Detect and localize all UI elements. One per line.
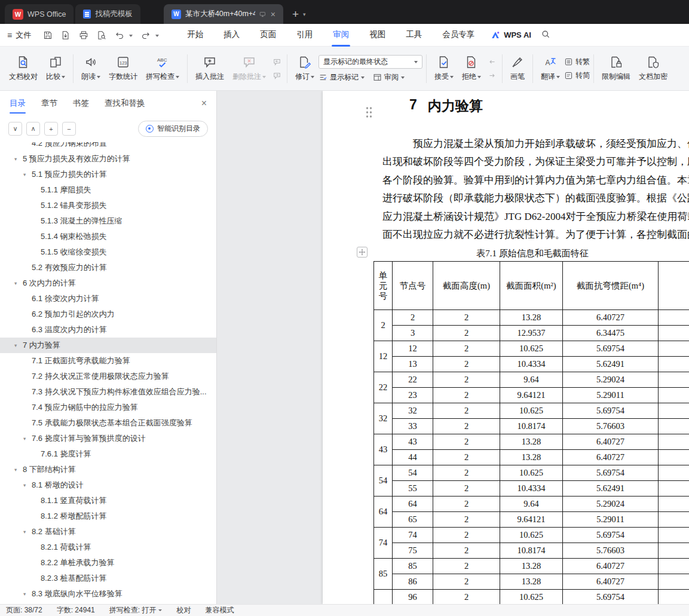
close-sidebar-icon[interactable]: × xyxy=(201,98,207,109)
table-cell[interactable]: 10.625 xyxy=(500,403,563,419)
table-cell[interactable] xyxy=(659,450,689,465)
compare-button[interactable]: 比较 xyxy=(42,53,69,85)
file-menu-button[interactable]: ≡ 文件 xyxy=(7,30,31,41)
table-cell[interactable]: 10.625 xyxy=(500,341,563,357)
table-move-handle[interactable] xyxy=(357,247,368,258)
new-tab-button[interactable]: + xyxy=(285,4,303,24)
table-cell[interactable]: 13 xyxy=(393,357,433,372)
restrict-editing-button[interactable]: 限制编辑 xyxy=(598,53,635,85)
unit-number-cell[interactable]: 64 xyxy=(374,497,393,528)
body-paragraph[interactable]: 预应力混凝土梁从预加力开始到承载破坏，须经受预加应力、使用荷出现和破坏阶段等四个… xyxy=(382,135,689,244)
toc-item[interactable]: ▾ 5 预应力损失及有效应力的计算 xyxy=(0,151,216,167)
expand-all-button[interactable]: ∧ xyxy=(26,122,40,136)
print-button[interactable] xyxy=(76,28,91,42)
table-cell[interactable]: 2 xyxy=(433,372,500,388)
table-cell[interactable]: 74 xyxy=(393,528,433,543)
toc-item[interactable]: ▾ 6 次内力的计算 xyxy=(0,275,216,291)
spell-check-button[interactable]: 拼写检查 xyxy=(142,53,183,85)
toc-item[interactable]: 6.1 徐变次内力计算 xyxy=(0,291,216,307)
status-word-count[interactable]: 字数: 24941 xyxy=(57,605,95,615)
table-cell[interactable]: 9.64121 xyxy=(500,388,563,403)
tab-document[interactable]: W 某市大桥40m+40m+40m+4 × xyxy=(164,4,283,24)
table-cell[interactable]: 2 xyxy=(433,543,500,559)
demote-heading-button[interactable]: − xyxy=(62,122,76,136)
unit-number-cell[interactable]: 43 xyxy=(374,434,393,465)
table-cell[interactable]: 5.62491 xyxy=(563,357,659,372)
paragraph-line[interactable]: 出现和破坏阶段等四个受力阶段，为保证主梁受力可靠并予以控制，应对 xyxy=(382,153,689,171)
table-cell[interactable]: 10.8174 xyxy=(500,419,563,434)
document-encrypt-button[interactable]: 文档加密 xyxy=(635,53,672,85)
status-page-number[interactable]: 页面: 38/72 xyxy=(6,605,42,615)
sidebar-tab-chapters[interactable]: 章节 xyxy=(41,98,57,109)
sidebar-tab-find-replace[interactable]: 查找和替换 xyxy=(105,98,145,109)
doc-proofread-button[interactable]: 文档校对 xyxy=(5,53,42,85)
table-cell[interactable]: 9.64121 xyxy=(500,512,563,528)
toc-item[interactable]: ▾ 7.6 挠度计算与验算预拱度的设计 xyxy=(0,431,216,446)
paragraph-drag-handle-icon[interactable] xyxy=(365,106,373,119)
table-cell[interactable] xyxy=(659,559,689,574)
toc-expand-triangle-icon[interactable]: ▾ xyxy=(14,156,23,162)
toc-expand-triangle-icon[interactable]: ▾ xyxy=(23,436,32,442)
paragraph-line[interactable]: 应力混凝土桥涵设计规范》JTG D62-2004对于全预应力桥梁在使用荷载 xyxy=(382,208,689,226)
table-cell[interactable]: 10.625 xyxy=(500,528,563,543)
reject-revision-button[interactable]: 拒绝 xyxy=(458,53,485,85)
search-button[interactable] xyxy=(541,29,550,41)
table-cell[interactable]: 55 xyxy=(393,481,433,497)
table-cell[interactable]: 6.40727 xyxy=(563,574,659,590)
toc-item[interactable]: 5.1.5 收缩徐变损失 xyxy=(0,244,216,260)
smart-toc-button[interactable]: 智能识别目录 xyxy=(138,121,208,137)
table-cell[interactable]: 13.28 xyxy=(500,310,563,326)
document-canvas[interactable]: 7 内力验算 预应力混凝土梁从预加力开始到承载破坏，须经受预加应力、使用荷出现和… xyxy=(217,91,689,604)
toc-item[interactable]: 5.1.3 混凝土的弹性压缩 xyxy=(0,213,216,229)
status-spell-check[interactable]: 拼写检查: 打开 xyxy=(109,605,163,615)
table-cell[interactable]: 2 xyxy=(433,528,500,543)
table-cell[interactable]: 13.28 xyxy=(500,434,563,450)
table-cell[interactable] xyxy=(659,434,689,450)
new-tab-caret-icon[interactable]: ▾ xyxy=(303,4,311,24)
table-cell[interactable]: 2 xyxy=(433,388,500,403)
toc-item[interactable]: 8.1.1 竖直荷载计算 xyxy=(0,493,216,508)
accept-revision-button[interactable]: 接受 xyxy=(430,53,458,85)
table-cell[interactable]: 10.4334 xyxy=(500,357,563,372)
paragraph-line[interactable]: 预应力混凝土梁从预加力开始到承载破坏，须经受预加应力、使用荷 xyxy=(382,135,689,153)
table-cell[interactable]: 5.69754 xyxy=(563,590,659,605)
table-cell[interactable]: 10.625 xyxy=(500,465,563,481)
toc-item[interactable]: 6.2 预加力引起的次内力 xyxy=(0,307,216,322)
table-cell[interactable]: 5.69754 xyxy=(563,341,659,357)
section-heading[interactable]: 7 内力验算 xyxy=(409,97,483,115)
toc-item[interactable]: 5.1.1 摩阻损失 xyxy=(0,182,216,198)
markup-state-combobox[interactable]: 显示标记的最终状态 xyxy=(319,55,422,69)
table-cell[interactable]: 5.69754 xyxy=(563,528,659,543)
toc-item[interactable]: 5.1.4 钢束松弛损失 xyxy=(0,229,216,244)
table-cell[interactable]: 85 xyxy=(393,559,433,574)
document-page[interactable]: 7 内力验算 预应力混凝土梁从预加力开始到承载破坏，须经受预加应力、使用荷出现和… xyxy=(323,91,689,604)
export-pdf-button[interactable] xyxy=(59,28,73,42)
toc-item[interactable]: ▾ 5.1 预应力损失的计算 xyxy=(0,167,216,182)
table-cell[interactable]: 2 xyxy=(433,481,500,497)
table-cell[interactable]: 3 xyxy=(393,326,433,341)
to-simplified-button[interactable]: 转简 xyxy=(564,71,590,81)
toc-item[interactable]: 7.2 持久状况正常使用极限状态应力验算 xyxy=(0,369,216,384)
save-button[interactable] xyxy=(41,28,55,42)
table-cell[interactable]: 43 xyxy=(393,434,433,450)
toc-item[interactable]: 8.2.2 单桩承载力验算 xyxy=(0,555,216,571)
table-cell[interactable]: 2 xyxy=(433,434,500,450)
menu-review[interactable]: 审阅 xyxy=(323,24,359,47)
menu-insert[interactable]: 插入 xyxy=(213,24,250,47)
toc-item[interactable]: 5.1.2 锚具变形损失 xyxy=(0,198,216,213)
table-cell[interactable]: 54 xyxy=(393,465,433,481)
table-cell[interactable]: 5.29024 xyxy=(563,372,659,388)
table-cell[interactable]: 13.28 xyxy=(500,574,563,590)
table-cell[interactable]: 5.29024 xyxy=(563,497,659,512)
table-cell[interactable]: 2 xyxy=(433,419,500,434)
table-cell[interactable]: 12.9537 xyxy=(500,326,563,341)
table-cell[interactable]: 2 xyxy=(433,326,500,341)
toc-item[interactable]: 7.4 预应力钢筋中的拉应力验算 xyxy=(0,400,216,415)
table-cell[interactable] xyxy=(659,465,689,481)
table-cell[interactable]: 6.40727 xyxy=(563,450,659,465)
table-cell[interactable] xyxy=(659,481,689,497)
tab-wps-home[interactable]: W WPS Office xyxy=(5,4,74,24)
table-cell[interactable]: 5.76603 xyxy=(563,419,659,434)
table-cell[interactable] xyxy=(659,357,689,372)
undo-caret-icon[interactable] xyxy=(129,35,133,39)
